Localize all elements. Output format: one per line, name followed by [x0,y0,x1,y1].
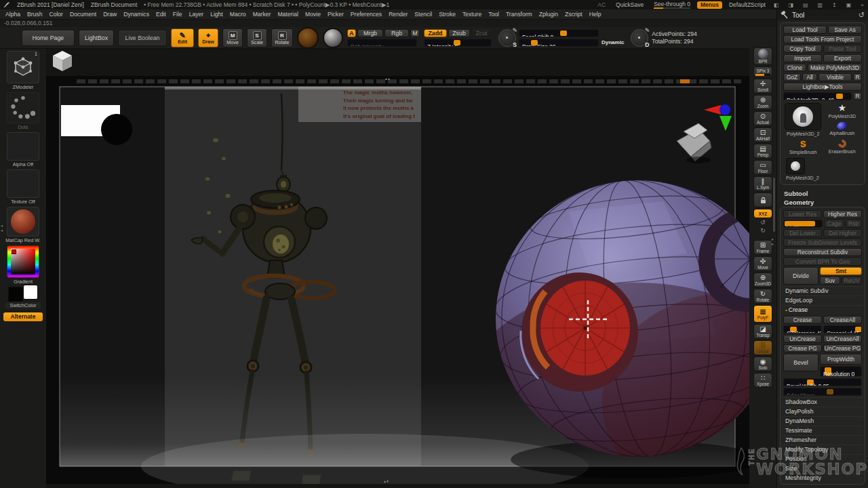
polysphere-cube-icon[interactable] [51,50,74,72]
lower-res-button[interactable]: Lower Res [783,210,822,218]
menu-item[interactable]: Render [389,11,408,18]
crease-pg-button[interactable]: Crease PG [783,344,822,352]
smt-button[interactable]: Smt [820,267,862,275]
size-row[interactable]: Size [782,464,863,473]
menu-item[interactable]: Edit [156,11,166,18]
panel-right-icon[interactable]: ◨ [787,2,795,8]
crease-button[interactable]: Crease [783,316,822,324]
live-boolean-button[interactable]: Live Boolean [118,30,167,46]
reconstruct-subdiv-button[interactable]: Reconstruct Subdiv [783,248,862,256]
move3d-button[interactable]: ✣ Move [753,256,772,271]
creaselvl-slider[interactable]: CreaseLvl 15 [823,325,862,333]
menu-item[interactable]: Material [277,11,298,18]
paste-tool-button[interactable]: Paste Tool [823,45,862,53]
home-page-button[interactable]: Home Page [22,30,75,46]
see-through-slider[interactable]: See-through 0 [654,1,690,9]
collapse-icon[interactable]: ↥ [831,2,838,8]
solo-button[interactable]: ◉ Solo [753,357,772,371]
color-a-button[interactable]: A [347,29,356,37]
menu-item[interactable]: Stencil [414,11,432,18]
menu-item[interactable]: Document [70,11,96,18]
saturation-square[interactable] [11,249,35,274]
rotate-right-button[interactable]: ↻ [753,226,772,235]
m-button[interactable]: M [410,29,420,37]
menu-item[interactable]: Preferences [351,11,382,18]
menu-item[interactable]: Marker [253,11,271,18]
current-brush-thumbnail[interactable] [297,27,319,49]
simplebrush-icon[interactable]: S [800,140,806,148]
tool-r-button[interactable]: R [853,92,862,100]
menu-item[interactable]: Layer [189,11,204,18]
scroll-button[interactable]: ✢ Scroll [753,79,772,94]
floor-button[interactable]: ▭ Floor [753,160,772,175]
restore-icon[interactable]: ▣ [845,2,853,8]
close-icon[interactable]: × [859,2,868,8]
reuv-button[interactable]: ReUV [842,277,862,285]
claypolish-row[interactable]: ClayPolish [782,407,863,416]
dynamic-label[interactable]: Dynamic [601,39,624,45]
menu-item[interactable]: Zplugin [539,11,558,18]
menu-item[interactable]: Texture [462,11,481,18]
actual-button[interactable]: ⊙ Actual [753,111,772,126]
default-zscript-button[interactable]: DefaultZScript [729,1,766,8]
export-button[interactable]: Export [823,54,862,62]
persp-button[interactable]: ▤ Persp [753,144,772,159]
left-divider-arrows[interactable]: ◂ ◂ [1,224,3,233]
active-tool-handle[interactable] [836,94,843,99]
menu-item[interactable]: Stroke [439,11,456,18]
menu-item[interactable]: File [173,11,182,18]
cage-button[interactable]: Cage [824,220,844,228]
meshintegrity-row[interactable]: MeshIntegrity [782,473,863,483]
texture-off-thumbnail[interactable] [7,169,39,198]
suv-button[interactable]: Suv [820,277,840,285]
transp-button[interactable]: ◪ Transp [753,324,772,339]
menu-item[interactable]: Zscript [565,11,583,18]
frame-button[interactable]: ⊞ Frame [753,240,772,255]
menu-item[interactable]: Dynamics [123,11,149,18]
document-canvas[interactable]: The magic moths however, Their magic tur… [46,76,749,484]
position-row[interactable]: Position [782,454,863,464]
dynamic-subdiv-row[interactable]: Dynamic Subdiv [782,286,863,296]
small-tool-thumbnail[interactable] [786,158,805,174]
focal-shift-handle[interactable] [560,30,567,36]
goz-button[interactable]: GoZ [783,73,801,81]
edgeloop-row[interactable]: EdgeLoop [782,296,863,305]
menu-item[interactable]: Color [49,11,63,18]
zmodeler-thumbnail[interactable]: 1 [7,51,39,83]
edit-button[interactable]: ✎ Edit [171,28,194,47]
timeline-marker[interactable] [680,79,690,83]
ghost-button[interactable]: ▒ Ghost [753,340,772,355]
ctolerance-slider[interactable]: CTolerance 45 [783,325,822,333]
save-as-button[interactable]: Save As [828,26,862,34]
layout-a-icon[interactable]: ▤ [802,2,810,8]
lightbox-button[interactable]: LightBox [79,30,114,46]
strip-scrollbar[interactable] [773,178,775,232]
zoom3d-button[interactable]: ⊕ Zoom3D [753,272,772,287]
clone-button[interactable]: Clone [783,64,806,72]
mrgb-button[interactable]: Mrgb [357,29,383,37]
copy-tool-button[interactable]: Copy Tool [783,45,822,53]
lsym-button[interactable]: ∥ L.Sym [753,176,772,191]
menu-item[interactable]: Movie [305,11,321,18]
move-button[interactable]: M Move [222,28,243,47]
del-higher-button[interactable]: Del Higher [823,229,862,237]
active-tool-slider[interactable]: PolyMesh3D_2. 49 [783,92,852,100]
convert-bpr-button[interactable]: Convert BPR To Geo [783,258,862,266]
divide-button[interactable]: Divide [783,267,818,285]
menu-item[interactable]: Draw [103,11,117,18]
edgesharp-handle[interactable] [827,389,833,394]
switchcolor-label[interactable]: SwitchColor [5,302,41,308]
polyf-button[interactable]: ▦ PolyF [753,305,772,323]
zcut-button[interactable]: Zcut [471,29,492,37]
dynamesh-row[interactable]: DynaMesh [782,416,863,426]
bevel-button[interactable]: Bevel [783,354,818,371]
eraserbrush-icon[interactable] [836,138,848,150]
freeze-subdivision-button[interactable]: Freeze SubDivision Levels [783,239,862,247]
xpose-button[interactable]: ∷ Xpose [753,373,772,388]
higher-res-button[interactable]: Higher Res [823,210,862,218]
polymesh3d-star-icon[interactable]: ★ [837,103,846,113]
goz-r-button[interactable]: R [853,73,862,81]
sdiv-slider[interactable]: SDiv [783,220,823,228]
focal-shift-slider[interactable]: Focal Shift 0 [519,29,599,37]
subtool-section[interactable]: Subtool [777,187,868,198]
